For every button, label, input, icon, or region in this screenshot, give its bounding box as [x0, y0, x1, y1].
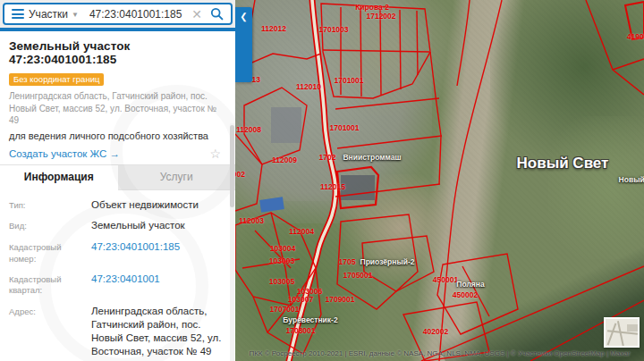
parcel-usage-text: для ведения личного подсобного хозяйства: [9, 130, 226, 141]
create-parcel-link[interactable]: Создать участок ЖС →: [9, 148, 209, 159]
table-row: Вид: Земельный участок: [9, 219, 226, 232]
row-label: Кадастровый квартал:: [9, 273, 91, 297]
collapse-sidebar-button[interactable]: ❮: [235, 7, 252, 82]
parcel-details: Земельный участок 47:23:0401001:185 Без …: [0, 31, 235, 361]
table-row: Адрес: Ленинградская область, Гатчинский…: [9, 305, 226, 358]
parcel-boundaries-layer: [235, 0, 644, 361]
search-icon[interactable]: [210, 7, 224, 21]
parcel-info-sidebar: Участки ▼ 47:23:0401001:185 ✕ Земельный …: [0, 0, 235, 361]
status-badge: Без координат границ: [9, 73, 104, 86]
menu-icon[interactable]: [12, 7, 24, 21]
sidebar-scrollbar[interactable]: [230, 123, 234, 361]
row-value: Объект недвижимости: [91, 198, 226, 212]
search-bar: Участки ▼ 47:23:0401001:185 ✕: [0, 0, 235, 28]
search-box[interactable]: Участки ▼ 47:23:0401001:185 ✕: [3, 3, 233, 25]
satellite-map[interactable]: 112012 Кирова 2 1712002 1701003 112013 1…: [235, 0, 644, 361]
table-row: Кадастровый квартал: 47:23:0401001: [9, 273, 226, 297]
row-value: Земельный участок: [91, 219, 226, 232]
scrollbar-thumb[interactable]: [230, 125, 234, 207]
page-title: Земельный участок 47:23:0401001:185: [9, 39, 226, 66]
row-value: 47:23:0401001: [91, 273, 226, 297]
chevron-down-icon[interactable]: ▼: [72, 11, 79, 19]
tab-bar: Информация Услуги: [0, 164, 235, 190]
chevron-left-icon: ❮: [240, 12, 247, 21]
row-value: Ленинградская область, Гатчинский район,…: [91, 305, 226, 358]
table-row: Тип: Объект недвижимости: [9, 198, 226, 212]
create-parcel-row: Создать участок ЖС → ☆: [9, 147, 226, 161]
row-label: Вид:: [9, 219, 91, 232]
info-table: Тип: Объект недвижимости Вид: Земельный …: [9, 190, 226, 361]
favorite-star-icon[interactable]: ☆: [209, 147, 221, 161]
cadastral-map-app: Участки ▼ 47:23:0401001:185 ✕ Земельный …: [0, 0, 644, 361]
tab[interactable]: Услуги: [118, 165, 236, 190]
parcel-address-subtitle: Ленинградская область, Гатчинский район,…: [9, 90, 226, 127]
table-row: Кадастровый номер: 47:23:0401001:185: [9, 240, 226, 264]
row-label: Адрес:: [9, 305, 91, 358]
row-label: Тип:: [9, 198, 91, 212]
tab[interactable]: Информация: [0, 165, 118, 190]
search-input[interactable]: 47:23:0401001:185: [89, 8, 187, 21]
row-value: 47:23:0401001:185: [91, 240, 226, 264]
layer-switcher[interactable]: [604, 317, 640, 348]
clear-search-icon[interactable]: ✕: [187, 7, 207, 21]
row-label: Кадастровый номер:: [9, 240, 91, 264]
search-category-select[interactable]: Участки: [29, 8, 68, 21]
